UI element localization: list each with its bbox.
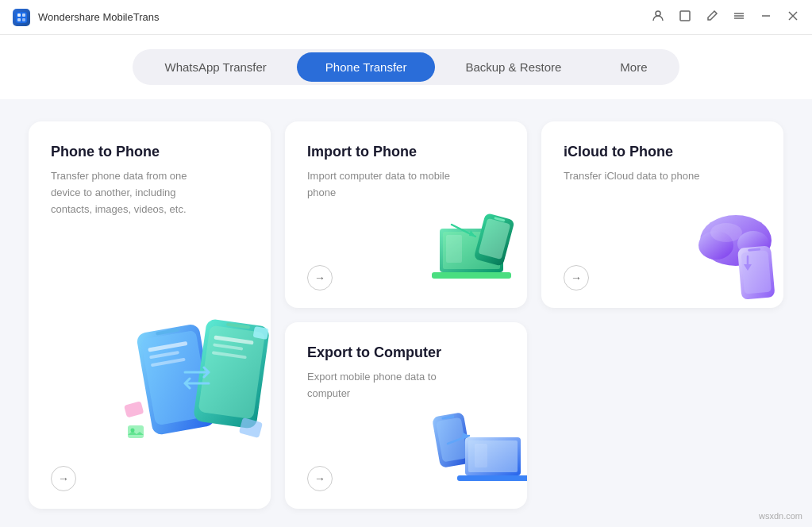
menu-icon[interactable] <box>733 10 745 25</box>
svg-point-41 <box>710 223 742 242</box>
nav-bar: WhatsApp Transfer Phone Transfer Backup … <box>0 35 812 99</box>
card-export-to-computer[interactable]: Export to Computer Export mobile phone d… <box>285 322 527 509</box>
app-title: Wondershare MobileTrans <box>38 11 159 23</box>
card-import-arrow[interactable]: → <box>307 265 333 290</box>
main-content: Phone to Phone Transfer phone data from … <box>0 99 812 527</box>
svg-rect-3 <box>17 18 21 21</box>
phone-to-phone-illustration <box>120 302 271 461</box>
card-import-title: Import to Phone <box>307 144 505 160</box>
export-illustration <box>416 406 519 493</box>
window-icon[interactable] <box>679 10 691 25</box>
svg-rect-52 <box>457 475 527 481</box>
tab-phone-transfer[interactable]: Phone Transfer <box>297 52 436 82</box>
watermark: wsxdn.com <box>759 511 802 521</box>
svg-rect-53 <box>475 444 487 467</box>
card-export-title: Export to Computer <box>307 344 505 361</box>
import-illustration <box>416 205 519 292</box>
card-icloud-title: iCloud to Phone <box>564 144 761 160</box>
titlebar-left: Wondershare MobileTrans <box>13 9 159 26</box>
svg-rect-33 <box>446 235 462 263</box>
svg-rect-43 <box>741 251 772 294</box>
svg-rect-29 <box>239 417 263 438</box>
svg-rect-2 <box>22 13 25 17</box>
card-phone-to-phone-desc: Transfer phone data from one device to a… <box>51 168 194 217</box>
titlebar-controls <box>652 10 799 25</box>
card-icloud-arrow[interactable]: → <box>564 265 589 290</box>
svg-rect-25 <box>124 401 144 417</box>
edit-icon[interactable] <box>706 10 718 25</box>
icloud-illustration <box>672 205 775 292</box>
card-icloud-to-phone[interactable]: iCloud to Phone Transfer iCloud data to … <box>541 121 783 308</box>
nav-pill-wrapper: WhatsApp Transfer Phone Transfer Backup … <box>133 49 679 85</box>
tab-whatsapp-transfer[interactable]: WhatsApp Transfer <box>136 52 294 82</box>
titlebar: Wondershare MobileTrans <box>0 0 812 35</box>
svg-rect-0 <box>16 12 27 23</box>
tab-backup-restore[interactable]: Backup & Restore <box>437 52 590 82</box>
svg-rect-27 <box>128 425 144 438</box>
card-export-desc: Export mobile phone data to computer <box>307 369 450 402</box>
svg-rect-32 <box>432 272 511 279</box>
card-icloud-desc: Transfer iCloud data to phone <box>564 168 706 185</box>
svg-point-5 <box>656 11 660 16</box>
card-phone-to-phone-title: Phone to Phone <box>51 144 248 160</box>
card-phone-to-phone-arrow[interactable]: → <box>51 466 76 491</box>
user-icon[interactable] <box>652 10 664 25</box>
card-phone-to-phone[interactable]: Phone to Phone Transfer phone data from … <box>29 121 271 509</box>
card-export-arrow[interactable]: → <box>307 466 333 491</box>
minimize-icon[interactable] <box>760 10 772 25</box>
svg-rect-6 <box>680 11 690 21</box>
tab-more[interactable]: More <box>591 52 675 82</box>
svg-rect-4 <box>22 18 25 21</box>
close-icon[interactable] <box>787 10 799 25</box>
svg-rect-1 <box>17 13 21 17</box>
app-icon <box>13 9 30 26</box>
card-import-desc: Import computer data to mobile phone <box>307 168 450 202</box>
card-import-to-phone[interactable]: Import to Phone Import computer data to … <box>285 121 527 308</box>
